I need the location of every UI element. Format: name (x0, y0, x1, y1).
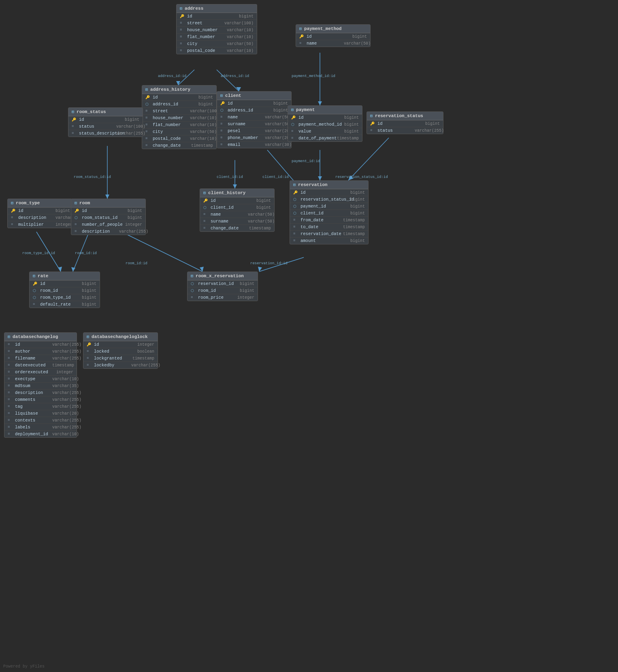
col-name-address-3: flat_number (187, 34, 219, 39)
table-row-client-1: ⬡address_idbigint (217, 107, 291, 114)
col-name-rate-3: default_rate (40, 302, 72, 307)
table-row-address-0: 🔑idbigint (177, 13, 257, 20)
row-icon-rate-3: ≡ (33, 302, 38, 306)
table-databasechangeloglock[interactable]: ⊞databasechangeloglock🔑idinteger≡lockedb… (83, 332, 158, 369)
col-name-databasechangelog-12: labels (15, 425, 47, 430)
col-name-rate-2: room_type_id (40, 295, 72, 300)
row-icon-room_x_reservation-0: ⬡ (191, 282, 196, 286)
col-type-rate-3: bigint (79, 302, 96, 307)
col-name-reservation_status-0: id (377, 121, 410, 126)
col-type-room_x_reservation-0: bigint (237, 282, 254, 286)
table-address[interactable]: ⊞address🔑idbigint≡streetvarchar(100)≡hou… (176, 4, 257, 54)
table-icon-rate: ⊞ (33, 274, 35, 278)
row-icon-databasechangelog-7: ≡ (8, 391, 13, 395)
col-type-client_history-3: varchar(50) (245, 219, 275, 224)
table-row-room_type-2: ≡multiplierinteger (8, 221, 72, 228)
row-icon-address_history-1: ⬡ (145, 102, 151, 107)
svg-line-2 (217, 70, 239, 91)
col-name-room_type-0: id (18, 208, 51, 213)
row-icon-room-1: ⬡ (75, 216, 80, 220)
table-row-reservation-6: ≡reservation_datetimestamp (290, 231, 368, 238)
row-icon-room-3: ≡ (75, 229, 80, 233)
col-name-payment-1: payment_method_id (298, 122, 339, 127)
table-header-room_x_reservation: ⊞room_x_reservation (188, 272, 258, 280)
table-icon-address: ⊞ (180, 6, 182, 11)
table-icon-payment: ⊞ (291, 107, 294, 112)
col-name-databasechangelog-7: description (15, 390, 47, 395)
table-payment_method[interactable]: ⊞payment_method🔑idbigint≡namevarchar(50) (296, 24, 371, 47)
col-name-client-4: pesel (228, 128, 260, 133)
col-type-payment_method-1: varchar(50) (341, 41, 371, 46)
table-reservation_status[interactable]: ⊞reservation_status🔑idbigint≡statusvarch… (367, 111, 443, 134)
table-row-room_status-0: 🔑idbigint (68, 116, 143, 123)
col-type-databasechangeloglock-2: timestamp (129, 356, 154, 361)
col-type-address_history-7: timestamp (188, 143, 213, 148)
row-icon-client_history-4: ≡ (203, 226, 209, 230)
col-name-reservation-7: amount (300, 238, 333, 243)
row-icon-room_status-1: ≡ (72, 124, 77, 128)
table-name-payment: payment (296, 107, 315, 112)
label-payment-method-id: payment_method_id:id (292, 74, 335, 78)
row-icon-address_history-0: 🔑 (145, 95, 151, 100)
table-row-address-4: ≡cityvarchar(50) (177, 41, 257, 47)
col-name-databasechangeloglock-2: lockgranted (94, 356, 126, 361)
col-name-address_history-2: street (153, 109, 185, 113)
col-name-client-0: id (228, 101, 260, 106)
table-payment[interactable]: ⊞payment🔑idbigint⬡payment_method_idbigin… (288, 105, 362, 142)
table-room_x_reservation[interactable]: ⊞room_x_reservation⬡reservation_idbigint… (187, 272, 258, 301)
svg-marker-23 (258, 267, 262, 272)
table-row-address_history-2: ≡streetvarchar(100) (142, 108, 216, 115)
table-row-payment-0: 🔑idbigint (288, 114, 362, 121)
table-client_history[interactable]: ⊞client_history🔑idbigint⬡client_idbigint… (200, 188, 275, 232)
col-name-reservation-5: to_date (300, 225, 333, 229)
label-room-id2: room_id:id (126, 261, 147, 265)
col-type-rate-0: bigint (79, 282, 96, 286)
col-type-databasechangelog-6: varchar(35) (49, 384, 79, 388)
col-name-payment-0: id (298, 115, 331, 120)
table-icon-databasechangeloglock: ⊞ (87, 334, 89, 339)
row-icon-client_history-0: 🔑 (203, 199, 209, 203)
table-address_history[interactable]: ⊞address_history🔑idbigint⬡address_idbigi… (142, 85, 217, 149)
table-name-room: room (79, 201, 90, 205)
canvas: address_id:id address_id:id payment_meth… (0, 0, 618, 672)
table-databasechangelog[interactable]: ⊞databasechangelog≡idvarchar(255)≡author… (4, 332, 77, 438)
label-address-history-id: address_id:id (158, 74, 186, 78)
table-row-address_history-4: ≡flat_numbervarchar(10) (142, 122, 216, 128)
table-rate[interactable]: ⊞rate🔑idbigint⬡room_idbigint⬡room_type_i… (29, 272, 100, 308)
table-row-databasechangeloglock-3: ≡lockedbyvarchar(255) (83, 362, 158, 368)
row-icon-payment_method-1: ≡ (299, 41, 305, 45)
table-room_type[interactable]: ⊞room_type🔑idbigint≡descriptionvarchar(2… (7, 199, 72, 228)
row-icon-room_status-2: ≡ (72, 131, 77, 135)
table-name-reservation: reservation (298, 182, 328, 187)
table-room[interactable]: ⊞room🔑idbigint⬡room_status_idbigint≡numb… (71, 199, 146, 235)
row-icon-rate-1: ⬡ (33, 289, 38, 293)
table-reservation[interactable]: ⊞reservation🔑idbigint⬡reservation_status… (290, 180, 369, 244)
table-header-client: ⊞client (217, 92, 291, 100)
row-icon-payment-0: 🔑 (291, 116, 297, 120)
col-type-databasechangelog-7: varchar(255) (49, 391, 81, 395)
col-type-databasechangelog-2: varchar(255) (49, 356, 81, 361)
col-type-client-6: varchar(30) (262, 143, 292, 147)
table-row-client-0: 🔑idbigint (217, 100, 291, 107)
table-row-databasechangelog-5: ≡exectypevarchar(10) (4, 376, 77, 383)
svg-marker-3 (236, 87, 241, 91)
table-row-room_status-1: ≡statusvarchar(100) (68, 123, 143, 130)
row-icon-client_history-1: ⬡ (203, 205, 209, 210)
row-icon-client-5: ≡ (220, 136, 226, 140)
label-payment-id: payment_id:id (292, 159, 320, 163)
col-type-client-2: varchar(50) (262, 115, 292, 120)
table-icon-client_history: ⊞ (203, 190, 206, 195)
table-client[interactable]: ⊞client🔑idbigint⬡address_idbigint≡nameva… (217, 91, 292, 148)
col-name-client-1: address_id (228, 108, 260, 113)
svg-marker-15 (348, 175, 354, 180)
col-type-room_status-0: bigint (121, 118, 139, 122)
col-type-reservation-6: timestamp (340, 232, 365, 236)
table-row-reservation-0: 🔑idbigint (290, 189, 368, 196)
col-name-room_status-0: id (79, 117, 111, 122)
col-name-address-5: postal_code (187, 48, 219, 53)
table-room_status[interactable]: ⊞room_status🔑idbigint≡statusvarchar(100)… (68, 107, 143, 137)
col-type-databasechangelog-11: varchar(255) (49, 418, 81, 423)
col-name-room_x_reservation-1: room_id (198, 288, 230, 293)
table-row-reservation-3: ⬡client_idbigint (290, 210, 368, 217)
svg-line-18 (73, 232, 89, 272)
